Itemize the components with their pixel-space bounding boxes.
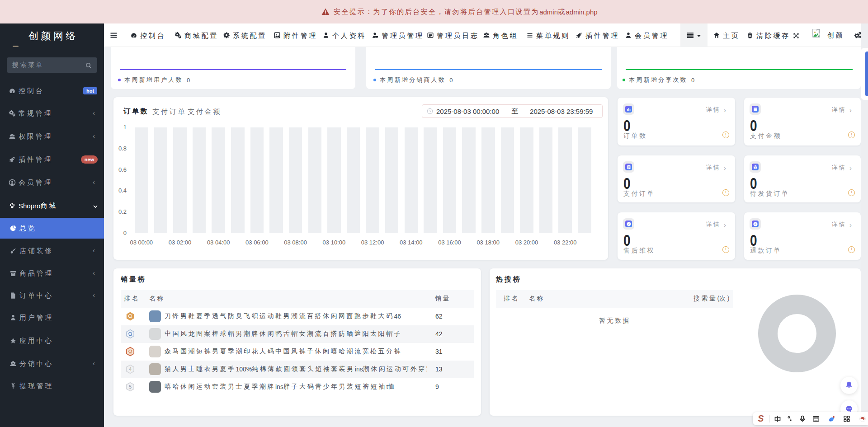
svg-text:4: 4 [129, 366, 132, 372]
svg-text:5: 5 [129, 384, 132, 389]
